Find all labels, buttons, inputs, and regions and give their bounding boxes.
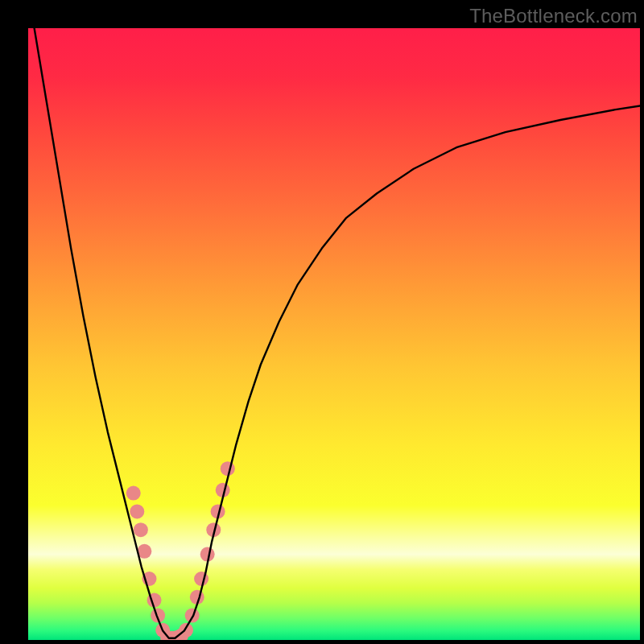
bottleneck-curve [35,28,640,638]
marker-dot [179,623,193,638]
marker-dot [126,486,141,501]
marker-group [126,461,235,640]
marker-dot [221,461,235,476]
marker-dot [185,609,200,623]
plot-area [28,28,640,640]
chart-frame: TheBottleneck.com [0,0,644,644]
watermark-text: TheBottleneck.com [469,5,638,27]
marker-dot [134,522,148,537]
curve-layer [28,28,640,640]
marker-dot [194,572,208,586]
marker-dot [130,504,144,518]
